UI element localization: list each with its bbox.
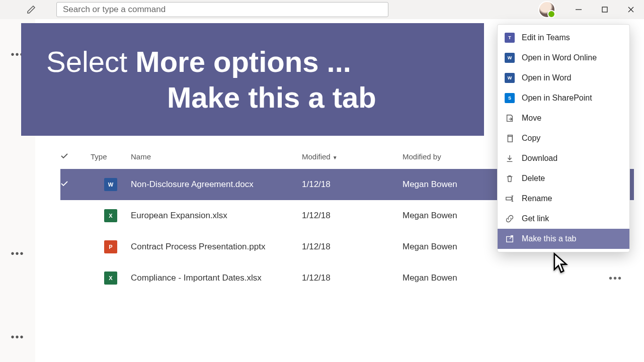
cursor-icon xyxy=(552,252,570,274)
file-type-icon: X xyxy=(91,209,131,222)
file-modified: 1/12/18 xyxy=(302,273,403,283)
opentab-icon xyxy=(505,234,515,244)
context-menu-item[interactable]: WOpen in Word xyxy=(498,68,629,88)
file-name[interactable]: Non-Disclosure Agreement.docx xyxy=(131,179,302,190)
table-row[interactable]: XCompliance - Important Dates.xlsx1/12/1… xyxy=(60,262,634,294)
banner-text: Select xyxy=(46,45,135,78)
copy-icon xyxy=(505,133,515,143)
svg-rect-4 xyxy=(508,136,512,142)
column-header-modified[interactable]: Modified▼ xyxy=(302,152,403,161)
rail-more-icon[interactable]: ••• xyxy=(11,248,24,258)
row-checkbox[interactable] xyxy=(60,179,91,190)
context-menu-item[interactable]: WOpen in Word Online xyxy=(498,48,629,68)
window-minimize-button[interactable] xyxy=(566,0,592,19)
context-menu-item-label: Download xyxy=(522,154,557,163)
context-menu-item-label: Open in Word Online xyxy=(522,53,597,62)
file-type-icon: W xyxy=(91,178,131,191)
file-modified-by: Megan Bowen xyxy=(403,273,609,283)
context-menu-item[interactable]: Copy xyxy=(498,128,629,148)
delete-icon xyxy=(505,173,515,184)
search-input[interactable]: Search or type a command xyxy=(56,2,388,17)
compose-icon[interactable] xyxy=(24,3,38,17)
sort-desc-icon: ▼ xyxy=(333,155,338,160)
svg-rect-1 xyxy=(602,7,607,12)
tutorial-banner: Select More options ... Make this a tab xyxy=(21,23,484,136)
file-name[interactable]: Contract Process Presentation.pptx xyxy=(131,242,302,252)
file-modified: 1/12/18 xyxy=(302,242,403,252)
context-menu-item-label: Open in SharePoint xyxy=(522,94,592,103)
teams-app-icon: T xyxy=(505,33,515,43)
rail-more-icon[interactable]: ••• xyxy=(11,332,24,342)
sp-app-icon: S xyxy=(505,93,515,103)
file-type-icon: X xyxy=(91,272,131,285)
context-menu-item-label: Rename xyxy=(522,194,552,203)
banner-text-bold: More options ... xyxy=(135,45,351,78)
file-type-icon: P xyxy=(91,240,131,253)
context-menu-item-label: Open in Word xyxy=(522,73,571,82)
svg-rect-5 xyxy=(506,197,512,200)
move-icon xyxy=(505,113,515,123)
context-menu-item[interactable]: SOpen in SharePoint xyxy=(498,88,629,108)
row-more-icon[interactable]: ••• xyxy=(609,273,634,284)
title-bar: Search or type a command xyxy=(0,0,644,19)
context-menu-item[interactable]: Download xyxy=(498,148,629,168)
column-header-name[interactable]: Name xyxy=(131,152,302,161)
window-maximize-button[interactable] xyxy=(592,0,618,19)
context-menu-item[interactable]: Move xyxy=(498,108,629,128)
column-header-type[interactable]: Type xyxy=(91,152,131,161)
window-close-button[interactable] xyxy=(618,0,644,19)
context-menu-item-label: Move xyxy=(522,114,541,123)
avatar[interactable] xyxy=(538,1,555,18)
context-menu-item[interactable]: Get link xyxy=(498,209,629,229)
context-menu: TEdit in TeamsWOpen in Word OnlineWOpen … xyxy=(497,24,630,252)
search-placeholder: Search or type a command xyxy=(63,5,166,15)
context-menu-item[interactable]: Delete xyxy=(498,168,629,189)
link-icon xyxy=(505,214,515,224)
file-modified: 1/12/18 xyxy=(302,179,403,190)
file-modified: 1/12/18 xyxy=(302,211,403,221)
word-app-icon: W xyxy=(505,73,515,83)
file-name[interactable]: Compliance - Important Dates.xlsx xyxy=(131,273,302,283)
rename-icon xyxy=(505,194,515,204)
context-menu-item[interactable]: Make this a tab xyxy=(498,229,629,249)
svg-rect-6 xyxy=(507,237,513,242)
context-menu-item-label: Get link xyxy=(522,214,549,223)
word-app-icon: W xyxy=(505,53,515,63)
file-name[interactable]: European Expansion.xlsx xyxy=(131,211,302,221)
context-menu-item[interactable]: Rename xyxy=(498,189,629,209)
context-menu-item-label: Make this a tab xyxy=(522,234,577,243)
banner-text: Make this a tab xyxy=(167,80,484,114)
download-icon xyxy=(505,153,515,163)
context-menu-item[interactable]: TEdit in Teams xyxy=(498,28,629,48)
select-all-checkbox[interactable] xyxy=(60,152,91,161)
context-menu-item-label: Edit in Teams xyxy=(522,33,570,42)
context-menu-item-label: Delete xyxy=(522,174,545,183)
context-menu-item-label: Copy xyxy=(522,134,540,143)
